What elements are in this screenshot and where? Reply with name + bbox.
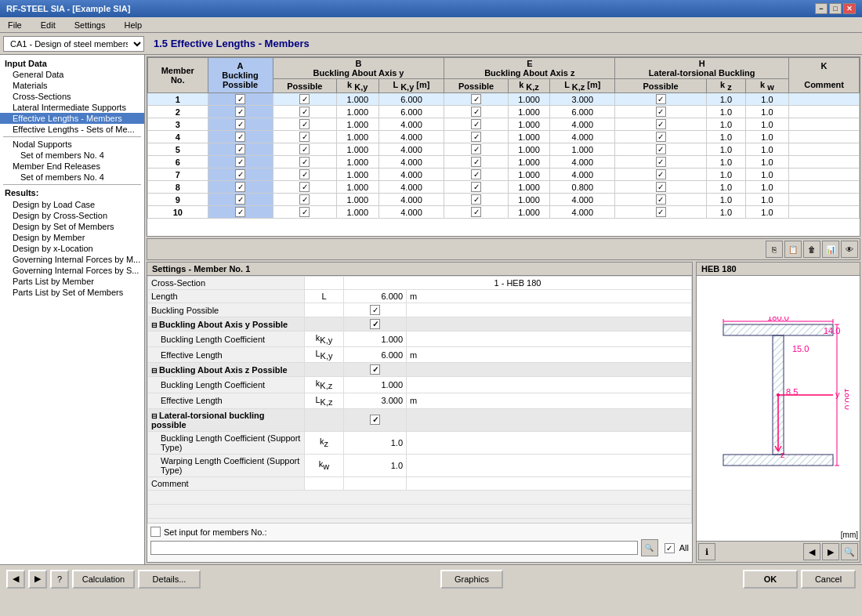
row-checkbox[interactable] <box>299 107 310 117</box>
cell-e[interactable] <box>444 181 508 194</box>
table-row[interactable]: 10 1.000 4.000 1.000 4.000 1.0 1.0 <box>148 206 860 219</box>
cell-e[interactable] <box>444 106 508 118</box>
row-checkbox[interactable] <box>471 182 481 192</box>
row-checkbox[interactable] <box>471 119 481 129</box>
sidebar-item-materials[interactable]: Materials <box>0 80 144 91</box>
cell-b[interactable] <box>273 143 336 156</box>
graphic-info-btn[interactable]: ℹ <box>698 543 715 560</box>
row-checkbox[interactable] <box>235 182 245 192</box>
expand-axis-y[interactable]: ⊟ <box>151 321 158 329</box>
sidebar-result-cross-section[interactable]: Design by Cross-Section <box>0 210 144 221</box>
row-checkbox[interactable] <box>299 119 310 129</box>
row-checkbox[interactable] <box>656 132 666 142</box>
cell-h[interactable] <box>615 131 707 143</box>
checkbox-lateral[interactable] <box>370 415 380 425</box>
sidebar-nodal-sub[interactable]: Set of members No. 4 <box>0 150 144 161</box>
sidebar-member-end-releases[interactable]: Member End Releases <box>0 161 144 172</box>
cell-a[interactable] <box>208 181 273 194</box>
row-checkbox[interactable] <box>656 194 666 205</box>
row-checkbox[interactable] <box>235 169 245 179</box>
row-checkbox[interactable] <box>471 207 481 217</box>
sidebar-result-x-location[interactable]: Design by x-Location <box>0 243 144 254</box>
ok-button[interactable]: OK <box>743 570 798 589</box>
checkbox-buckling-possible[interactable] <box>370 305 380 315</box>
cell-b[interactable] <box>273 206 336 219</box>
sidebar-result-set-members[interactable]: Design by Set of Members <box>0 221 144 232</box>
cell-h[interactable] <box>615 118 707 131</box>
sidebar-result-load-case[interactable]: Design by Load Case <box>0 199 144 210</box>
row-checkbox[interactable] <box>235 132 245 142</box>
case-dropdown[interactable]: CA1 - Design of steel members a... <box>3 36 144 52</box>
cell-e[interactable] <box>444 118 508 131</box>
nav-back-btn[interactable]: ◀ <box>6 570 25 589</box>
sidebar-item-effective-lengths-sets[interactable]: Effective Lengths - Sets of Me... <box>0 124 144 135</box>
row-checkbox[interactable] <box>235 194 245 205</box>
row-checkbox[interactable] <box>299 94 310 104</box>
cell-a[interactable] <box>208 118 273 131</box>
cb-buckling-possible[interactable] <box>344 303 407 317</box>
sidebar-nodal-supports[interactable]: Nodal Supports <box>0 139 144 150</box>
table-row[interactable]: 4 1.000 4.000 1.000 4.000 1.0 1.0 <box>148 131 860 143</box>
expand-lateral[interactable]: ⊟ <box>151 412 158 420</box>
table-row[interactable]: 8 1.000 4.000 1.000 0.800 1.0 1.0 <box>148 181 860 194</box>
graphics-button[interactable]: Graphics <box>440 570 503 589</box>
table-btn-4[interactable]: 📊 <box>822 241 839 258</box>
checkbox-axis-z[interactable] <box>370 364 380 375</box>
cell-b[interactable] <box>273 156 336 168</box>
cell-h[interactable] <box>615 156 707 168</box>
set-input-field[interactable] <box>150 541 638 555</box>
graphic-zoom-btn[interactable]: 🔍 <box>841 543 858 560</box>
graphic-prev-btn[interactable]: ◀ <box>803 543 820 560</box>
row-checkbox[interactable] <box>299 132 310 142</box>
row-checkbox[interactable] <box>299 194 310 205</box>
menu-edit[interactable]: Edit <box>36 19 60 31</box>
row-checkbox[interactable] <box>656 169 666 179</box>
minimize-button[interactable]: − <box>815 3 828 14</box>
expand-axis-z[interactable]: ⊟ <box>151 367 158 375</box>
cell-b[interactable] <box>273 93 336 106</box>
row-checkbox[interactable] <box>656 107 666 117</box>
cell-a[interactable] <box>208 143 273 156</box>
checkbox-axis-y[interactable] <box>370 319 380 329</box>
sidebar-result-parts-member[interactable]: Parts List by Member <box>0 276 144 287</box>
details-button[interactable]: Details... <box>138 570 201 589</box>
cell-h[interactable] <box>615 93 707 106</box>
row-checkbox[interactable] <box>299 182 310 192</box>
table-btn-1[interactable]: ⎘ <box>766 241 783 258</box>
sidebar-item-lateral-supports[interactable]: Lateral Intermediate Supports <box>0 102 144 113</box>
cell-h[interactable] <box>615 181 707 194</box>
table-btn-view[interactable]: 👁 <box>841 241 858 258</box>
row-checkbox[interactable] <box>299 157 310 167</box>
row-checkbox[interactable] <box>235 107 245 117</box>
row-checkbox[interactable] <box>299 144 310 154</box>
cell-a[interactable] <box>208 206 273 219</box>
table-row[interactable]: 1 1.000 6.000 1.000 3.000 1.0 1.0 <box>148 93 860 106</box>
nav-fwd-btn[interactable]: ▶ <box>28 570 47 589</box>
cell-b[interactable] <box>273 194 336 206</box>
cell-h[interactable] <box>615 168 707 181</box>
row-checkbox[interactable] <box>471 94 481 104</box>
help-btn[interactable]: ? <box>50 570 69 589</box>
cell-e[interactable] <box>444 131 508 143</box>
row-checkbox[interactable] <box>656 157 666 167</box>
all-checkbox[interactable] <box>665 543 675 553</box>
cell-a[interactable] <box>208 93 273 106</box>
cell-b[interactable] <box>273 131 336 143</box>
sidebar-member-sub[interactable]: Set of members No. 4 <box>0 172 144 183</box>
row-checkbox[interactable] <box>471 157 481 167</box>
sidebar-result-parts-set[interactable]: Parts List by Set of Members <box>0 287 144 298</box>
row-checkbox[interactable] <box>235 94 245 104</box>
cell-b[interactable] <box>273 106 336 118</box>
graphic-next-btn[interactable]: ▶ <box>822 543 839 560</box>
row-checkbox[interactable] <box>299 207 310 217</box>
table-row[interactable]: 2 1.000 6.000 1.000 6.000 1.0 1.0 <box>148 106 860 118</box>
cell-e[interactable] <box>444 168 508 181</box>
row-checkbox[interactable] <box>471 107 481 117</box>
sidebar-item-effective-lengths-members[interactable]: Effective Lengths - Members <box>0 113 144 124</box>
sidebar-result-member[interactable]: Design by Member <box>0 232 144 243</box>
cell-h[interactable] <box>615 143 707 156</box>
row-checkbox[interactable] <box>471 169 481 179</box>
cb-lateral[interactable] <box>344 408 407 431</box>
cell-a[interactable] <box>208 106 273 118</box>
menu-settings[interactable]: Settings <box>70 19 110 31</box>
